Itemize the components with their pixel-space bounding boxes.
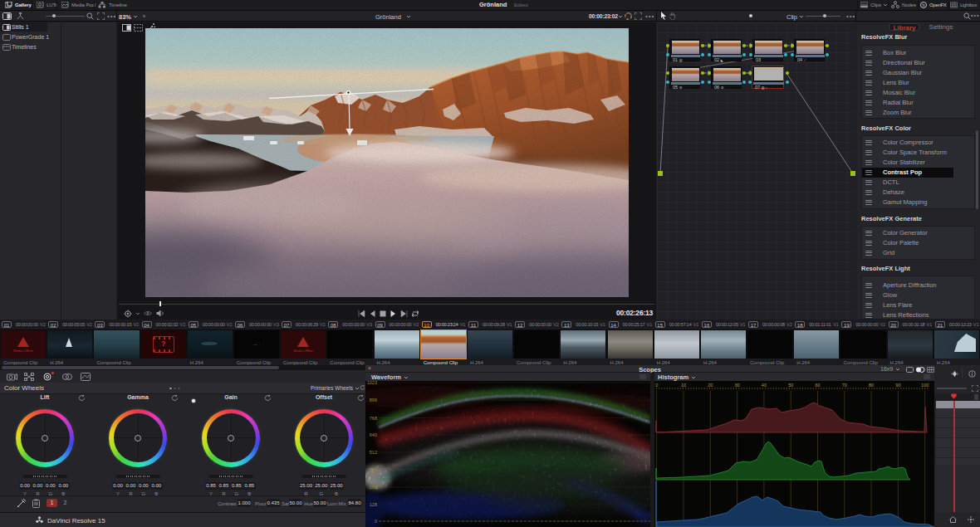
svg-text:640: 640 (370, 432, 377, 437)
svg-text:768: 768 (370, 416, 377, 421)
svg-text:896: 896 (370, 398, 377, 403)
svg-text:256: 256 (370, 485, 377, 490)
svg-text:70: 70 (842, 383, 847, 388)
svg-text:90: 90 (895, 383, 900, 388)
svg-text:0: 0 (375, 519, 377, 524)
svg-text:10: 10 (681, 383, 686, 388)
svg-text:50: 50 (788, 383, 793, 388)
svg-text:512: 512 (370, 450, 377, 455)
svg-text:384: 384 (370, 467, 377, 472)
svg-text:128: 128 (370, 502, 377, 507)
svg-text:0: 0 (655, 383, 658, 388)
svg-text:30: 30 (735, 383, 740, 388)
svg-text:1023: 1023 (367, 381, 377, 385)
svg-text:20: 20 (708, 383, 713, 388)
svg-text:60: 60 (815, 383, 820, 388)
svg-text:80: 80 (869, 383, 874, 388)
svg-text:fx: fx (923, 3, 926, 7)
svg-text:40: 40 (762, 383, 767, 388)
svg-text:100: 100 (921, 383, 929, 388)
